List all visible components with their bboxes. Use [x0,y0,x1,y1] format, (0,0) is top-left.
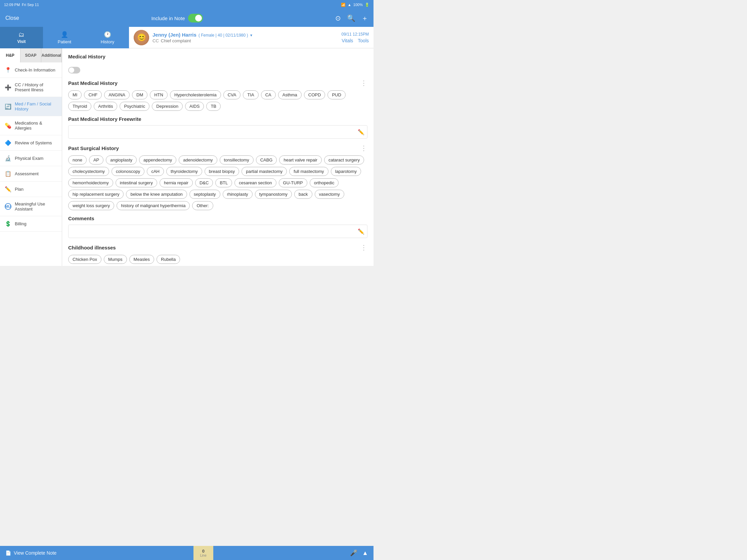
past-medical-tag[interactable]: Depression [152,102,183,111]
tab-visit[interactable]: 🗂 Visit [0,27,43,48]
add-icon[interactable]: ＋ [361,14,368,23]
past-surgical-tag[interactable]: BTL [215,178,232,187]
childhood-illness-tag[interactable]: Rubella [156,255,180,264]
past-medical-tag[interactable]: Asthma [278,90,302,99]
past-surgical-tag[interactable]: angioplasty [106,156,137,164]
past-surgical-tag[interactable]: breast biopsy [205,167,239,176]
past-surgical-tag[interactable]: weight loss surgery [68,201,114,210]
past-surgical-tag[interactable]: cesarean section [234,178,276,187]
past-surgical-tag[interactable]: CABG [256,156,277,164]
past-medical-tag[interactable]: TIA [243,90,258,99]
past-surgical-tag[interactable]: partial mastectomy [241,167,287,176]
past-surgical-tag[interactable]: adenoidectomy [179,156,217,164]
more-options-icon[interactable]: ⊙ [335,14,341,22]
past-surgical-tag[interactable]: intestinal surgery [115,178,157,187]
sidebar-item-cc[interactable]: ➕ CC / History of Present Illness [0,78,62,97]
past-surgical-tag[interactable]: below the knee amputation [126,190,187,199]
sidebar-item-medications[interactable]: 💊 Medications & Allergies [0,116,62,135]
close-button[interactable]: Close [5,15,19,21]
tab-soap[interactable]: SOAP [21,48,41,62]
edit-comments-icon[interactable]: ✏️ [358,228,364,235]
past-surgical-tag[interactable]: back [294,190,312,199]
past-medical-tag[interactable]: HTN [150,90,168,99]
past-medical-tag[interactable]: CVA [223,90,241,99]
past-medical-tag[interactable]: AIDS [185,102,204,111]
include-note-label: Include in Note [151,16,185,21]
past-medical-tag[interactable]: Psychiatric [120,102,150,111]
childhood-illness-tag[interactable]: Chicken Pox [68,255,101,264]
edit-freewrite-icon[interactable]: ✏️ [358,129,364,135]
past-medical-dots-menu[interactable]: ⋮ [360,79,367,87]
past-surgical-tag[interactable]: rhinoplasty [223,190,253,199]
sidebar-item-review[interactable]: 🔷 Review of Systems [0,135,62,151]
sidebar-item-physical[interactable]: 🔬 Physical Exam [0,151,62,166]
past-surgical-tag[interactable]: heart valve repair [279,156,321,164]
past-medical-tag[interactable]: DM [132,90,148,99]
past-surgical-tag[interactable]: hemorrhoidectomy [68,178,113,187]
past-surgical-tag[interactable]: appendectomy [139,156,176,164]
sidebar-item-billing-label: Billing [15,221,27,226]
vitals-button[interactable]: Vitals [342,38,353,43]
past-medical-tag[interactable]: CA [261,90,276,99]
battery-icon: 🔋 [365,3,369,7]
vitals-tools: Vitals Tools [342,38,369,43]
past-surgical-tag[interactable]: cataract surgery [324,156,364,164]
patient-avatar: 😊 [134,30,149,45]
past-surgical-tag[interactable]: hernia repair [159,178,193,187]
sidebar-item-billing[interactable]: 💲 Billing [0,216,62,232]
tab-additional[interactable]: Additional [41,48,62,62]
past-medical-tag[interactable]: PUD [328,90,345,99]
childhood-dots-menu[interactable]: ⋮ [360,243,367,251]
past-surgical-tag[interactable]: full mastectomy [289,167,328,176]
sidebar-item-medfam[interactable]: 🔄 Med / Fam / Social History [0,97,62,116]
past-surgical-tag[interactable]: septoplasty [189,190,220,199]
past-surgical-tag[interactable]: tonsillectomy [220,156,254,164]
past-surgical-tag[interactable]: AP [89,156,103,164]
childhood-illness-tag[interactable]: Mumps [104,255,127,264]
past-medical-tag[interactable]: Hypercholesterolemia [170,90,221,99]
past-surgical-tag[interactable]: none [68,156,87,164]
past-medical-tag[interactable]: COPD [304,90,326,99]
past-surgical-tag[interactable]: Other: [192,201,213,210]
nav-tabs-row: 🗂 Visit 👤 Patient 🕐 History 😊 Jenny (Jen… [0,27,374,48]
tab-history[interactable]: 🕐 History [86,27,129,48]
past-surgical-tag[interactable]: history of malignant hyperthermia [117,201,190,210]
past-medical-tag[interactable]: Thyroid [68,102,92,111]
past-surgical-tag[interactable]: D&C [195,178,213,187]
history-icon: 🕐 [104,31,111,38]
past-surgical-tag[interactable]: colonoscopy [111,167,145,176]
include-note-toggle[interactable] [188,14,203,23]
sidebar-item-checkin[interactable]: 📍 Check-In Information [0,62,62,78]
search-icon[interactable]: 🔍 [347,14,355,22]
past-medical-tag[interactable]: MI [68,90,82,99]
sidebar: H&P SOAP Additional 📍 Check-In Informati… [0,48,62,266]
past-surgical-dots-menu[interactable]: ⋮ [360,144,367,152]
past-surgical-tag[interactable]: tympanostomy [255,190,292,199]
tab-patient[interactable]: 👤 Patient [43,27,86,48]
past-surgical-tag[interactable]: thyroidectomy [166,167,202,176]
sidebar-item-physical-label: Physical Exam [15,156,43,161]
sidebar-item-assessment[interactable]: 📋 Assessment [0,166,62,182]
past-medical-tag[interactable]: TB [206,102,221,111]
past-medical-tag[interactable]: Arthritis [94,102,117,111]
past-surgical-tag[interactable]: laparotomy [331,167,361,176]
cc-input[interactable] [161,38,338,43]
medical-history-toggle[interactable] [68,67,80,74]
sidebar-item-plan[interactable]: ✏️ Plan [0,182,62,197]
tools-button[interactable]: Tools [358,38,369,43]
dropdown-chevron-icon[interactable]: ▾ [250,33,252,37]
sidebar-item-meaningful[interactable]: MU Meaningful Use Assistant [0,197,62,216]
past-surgical-history-title: Past Surgical History [68,145,119,151]
past-medical-tag[interactable]: CHF [84,90,102,99]
past-surgical-tag[interactable]: cAH [147,167,164,176]
childhood-illness-tag[interactable]: Measles [129,255,154,264]
past-surgical-tag[interactable]: cholecystectomy [68,167,109,176]
past-medical-freewrite[interactable]: ✏️ [68,125,367,139]
past-surgical-tag[interactable]: GU-TURP [279,178,307,187]
past-surgical-tag[interactable]: hip replacement surgery [68,190,124,199]
comments-area[interactable]: ✏️ [68,224,367,238]
past-surgical-tag[interactable]: vasectomy [315,190,344,199]
past-surgical-tag[interactable]: orthopedic [310,178,339,187]
tab-hp[interactable]: H&P [0,48,21,62]
past-medical-tag[interactable]: ANGINA [104,90,130,99]
